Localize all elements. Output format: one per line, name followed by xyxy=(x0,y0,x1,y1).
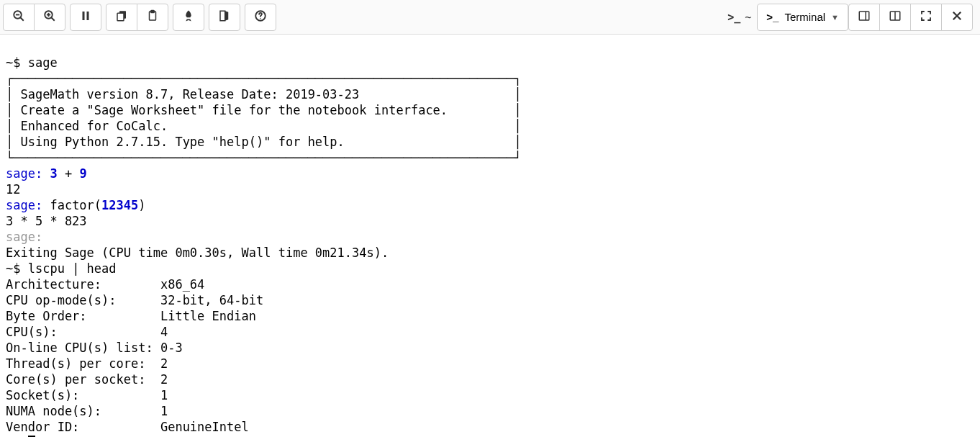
terminal-prompt-icon: >_ xyxy=(766,11,779,23)
help-button[interactable] xyxy=(245,4,276,31)
terminal-prompt-icon: >_ xyxy=(727,11,740,24)
door-exit-icon xyxy=(218,9,231,25)
terminal-path-label: >_ ~ xyxy=(722,4,757,31)
sage-input-number: 9 xyxy=(79,166,86,181)
svg-rect-12 xyxy=(151,10,155,12)
sage-output: 3 * 5 * 823 xyxy=(6,214,87,228)
shell-command: sage xyxy=(28,55,58,70)
guide-button[interactable] xyxy=(848,4,880,31)
rocket-icon xyxy=(182,9,195,25)
sidebar-right-icon xyxy=(858,9,871,25)
zoom-in-button[interactable] xyxy=(34,4,65,31)
banner-line: │ Enhanced for CoCalc. │ xyxy=(6,119,521,133)
terminal-type-label: Terminal xyxy=(784,11,825,23)
banner-line: │ Using Python 2.7.15. Type "help()" for… xyxy=(6,135,521,149)
lscpu-line: NUMA node(s): 1 xyxy=(6,404,168,418)
sage-input-number: 12345 xyxy=(101,198,138,212)
sage-input-op: + xyxy=(58,166,80,181)
copy-button[interactable] xyxy=(106,4,137,31)
split-button[interactable] xyxy=(879,4,911,31)
lscpu-line: Architecture: x86_64 xyxy=(6,277,204,292)
shell-command: lscpu | head xyxy=(28,261,117,276)
svg-rect-15 xyxy=(859,12,869,20)
paste-button[interactable] xyxy=(137,4,168,31)
sage-prompt: sage: xyxy=(6,166,42,181)
sage-prompt: sage: xyxy=(6,198,42,212)
expand-icon xyxy=(920,9,933,25)
clipboard-icon xyxy=(146,9,159,25)
svg-rect-8 xyxy=(87,12,89,20)
toolbar: >_ ~ >_ Terminal ▼ xyxy=(0,0,980,35)
lscpu-line: Socket(s): 1 xyxy=(6,388,168,402)
banner-box-top: ┌───────────────────────────────────────… xyxy=(6,71,521,86)
close-button[interactable] xyxy=(941,4,973,31)
banner-line: │ SageMath version 8.7, Release Date: 20… xyxy=(6,87,521,102)
chevron-down-icon: ▼ xyxy=(831,13,839,22)
lscpu-line: Thread(s) per core: 2 xyxy=(6,356,168,371)
terminal-scroll[interactable]: ~$ sage ┌───────────────────────────────… xyxy=(0,35,980,437)
exit-group xyxy=(209,4,240,31)
fullscreen-button[interactable] xyxy=(910,4,942,31)
lscpu-line: CPU op-mode(s): 32-bit, 64-bit xyxy=(6,293,263,307)
pause-button[interactable] xyxy=(70,4,101,31)
terminal-path: ~ xyxy=(745,11,751,24)
terminal-type-select[interactable]: >_ Terminal ▼ xyxy=(757,4,848,31)
lscpu-line: Vendor ID: GenuineIntel xyxy=(6,420,249,434)
shell-prompt: ~$ xyxy=(6,55,20,70)
svg-point-14 xyxy=(260,18,261,19)
zoom-in-icon xyxy=(43,9,56,25)
sage-output: 12 xyxy=(6,182,20,197)
lscpu-line: Core(s) per socket: 2 xyxy=(6,372,168,387)
banner-line: │ Create a "Sage Worksheet" file for the… xyxy=(6,103,521,117)
columns-icon xyxy=(889,9,902,25)
sage-input-text: factor( xyxy=(42,198,101,212)
clipboard-group xyxy=(106,4,168,31)
pause-icon xyxy=(79,9,92,25)
help-icon xyxy=(254,9,267,25)
sage-input-number: 3 xyxy=(50,166,57,181)
lscpu-line: On-line CPU(s) list: 0-3 xyxy=(6,341,183,355)
shell-prompt: ~$ xyxy=(6,261,20,276)
help-group xyxy=(245,4,276,31)
close-icon xyxy=(950,9,963,25)
svg-line-4 xyxy=(51,17,55,21)
exit-button[interactable] xyxy=(209,4,240,31)
terminal-output[interactable]: ~$ sage ┌───────────────────────────────… xyxy=(0,35,980,437)
svg-line-1 xyxy=(20,17,24,21)
layout-group xyxy=(848,4,973,31)
sage-exit-message: Exiting Sage (CPU time 0m0.30s, Wall tim… xyxy=(6,245,389,260)
lscpu-line: Byte Order: Little Endian xyxy=(6,309,256,323)
copy-icon xyxy=(115,9,128,25)
svg-rect-7 xyxy=(83,12,85,20)
sage-prompt-empty: sage: xyxy=(6,230,42,244)
rocket-button[interactable] xyxy=(173,4,204,31)
banner-box-bottom: └───────────────────────────────────────… xyxy=(6,150,521,165)
zoom-out-icon xyxy=(12,9,25,25)
zoom-group xyxy=(3,4,65,31)
sage-input-text: ) xyxy=(138,198,145,212)
pause-group xyxy=(70,4,101,31)
svg-rect-10 xyxy=(117,13,124,21)
zoom-out-button[interactable] xyxy=(3,4,35,31)
rocket-group xyxy=(173,4,204,31)
lscpu-line: CPU(s): 4 xyxy=(6,325,168,339)
